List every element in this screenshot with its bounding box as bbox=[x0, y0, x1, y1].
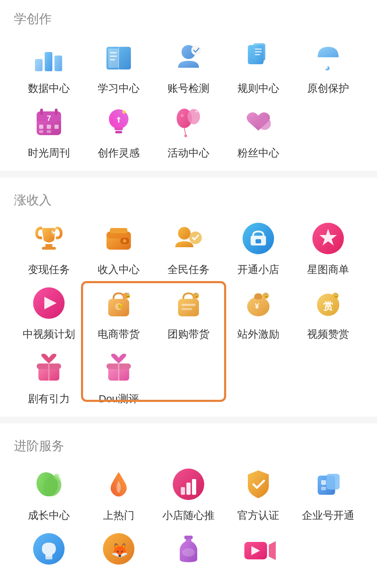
svg-text:🔒: 🔒 bbox=[194, 293, 199, 298]
divider-2 bbox=[0, 417, 377, 424]
label-enterprise-open: 企业号开通 bbox=[302, 508, 354, 523]
icon-grid-jinjie: 成长中心 ✦ bbox=[14, 462, 363, 576]
label-learn-center: 学习中心 bbox=[98, 81, 140, 96]
section-title-zhang: 涨收入 bbox=[14, 181, 363, 216]
svg-rect-24 bbox=[47, 125, 51, 129]
sidebar-item-drama-gravity[interactable]: 剧有引力 bbox=[14, 348, 84, 406]
sidebar-item-rules-center[interactable]: 规则中心 bbox=[223, 38, 293, 96]
svg-rect-0 bbox=[35, 59, 43, 71]
purple-bottle-icon bbox=[169, 530, 208, 568]
sidebar-item-outside-incentive[interactable]: ¥ 🔒 站外激励 bbox=[223, 284, 293, 341]
label-star-commerce: 星图商单 bbox=[307, 263, 349, 277]
svg-text:🔒: 🔒 bbox=[264, 293, 269, 298]
svg-rect-92 bbox=[321, 480, 326, 485]
svg-rect-15 bbox=[255, 54, 260, 55]
label-mid-video: 中视频计划 bbox=[23, 327, 75, 341]
section-title-jinjie: 进阶服务 bbox=[14, 427, 363, 462]
fire-drop-icon: ✦ bbox=[99, 465, 138, 504]
section-zhang-shouru: 涨收入 bbox=[0, 181, 377, 410]
gift-drama-icon bbox=[30, 348, 68, 387]
sidebar-item-data-center[interactable]: 数据中心 bbox=[14, 38, 84, 96]
sidebar-item-fans-center[interactable]: 粉丝中心 bbox=[223, 103, 293, 160]
gift-dou-icon bbox=[99, 348, 138, 387]
svg-rect-27 bbox=[47, 130, 51, 133]
svg-rect-22 bbox=[55, 109, 58, 115]
svg-marker-101 bbox=[269, 541, 276, 560]
svg-text:🔒: 🔒 bbox=[334, 293, 339, 298]
sidebar-item-9[interactable] bbox=[223, 530, 293, 573]
svg-text:7: 7 bbox=[47, 114, 51, 123]
sidebar-item-account-detect[interactable]: 账号检测 bbox=[154, 38, 223, 96]
sidebar-item-enterprise-open[interactable]: 企业号开通 bbox=[293, 465, 363, 523]
sidebar-item-ecommerce[interactable]: 😊 🔒 电商带货 bbox=[84, 284, 154, 341]
svg-line-35 bbox=[184, 128, 186, 135]
svg-rect-52 bbox=[256, 239, 261, 243]
label-dou-review: Dou测评 bbox=[98, 392, 139, 406]
pink-video-icon bbox=[239, 530, 278, 568]
sidebar-item-video-reward[interactable]: 赏 🔒 视频赞赏 bbox=[293, 284, 363, 341]
sidebar-item-hot-topic[interactable]: ✦ 上热门 bbox=[84, 465, 154, 523]
svg-rect-93 bbox=[321, 487, 326, 490]
user-check-icon bbox=[169, 38, 208, 76]
label-hot-topic: 上热门 bbox=[103, 508, 134, 523]
svg-rect-23 bbox=[39, 125, 43, 129]
sidebar-item-open-shop[interactable]: 开通小店 bbox=[223, 219, 293, 277]
sidebar-item-activity-center[interactable]: ✦ 活动中心 bbox=[154, 103, 223, 160]
svg-rect-40 bbox=[45, 244, 52, 247]
sidebar-item-growth-center[interactable]: 成长中心 bbox=[14, 465, 84, 523]
svg-rect-89 bbox=[192, 479, 196, 495]
svg-point-99 bbox=[182, 548, 195, 557]
svg-point-84 bbox=[58, 477, 61, 481]
svg-point-46 bbox=[123, 239, 126, 243]
section-xue-chuangzuo: 学创作 bbox=[0, 0, 377, 164]
label-cash-task: 变现任务 bbox=[28, 263, 70, 277]
enterprise-cube-icon bbox=[309, 465, 347, 504]
svg-rect-14 bbox=[255, 51, 262, 52]
shop-bag-icon: 😊 🔒 bbox=[99, 284, 138, 322]
svg-text:✦: ✦ bbox=[116, 472, 121, 479]
sidebar-item-8[interactable] bbox=[154, 530, 223, 573]
cert-shield-icon bbox=[239, 465, 278, 504]
sidebar-item-income-center[interactable]: 收入中心 bbox=[84, 219, 154, 277]
book-icon bbox=[99, 38, 138, 76]
svg-text:🦊: 🦊 bbox=[111, 542, 128, 559]
bar-chart-icon bbox=[30, 38, 68, 76]
svg-point-48 bbox=[178, 227, 191, 240]
label-activity-center: 活动中心 bbox=[168, 146, 209, 160]
blue-circle-icon bbox=[30, 530, 68, 568]
sidebar-item-mid-video[interactable]: 中视频计划 bbox=[14, 284, 84, 341]
sidebar-item-official-cert[interactable]: 官方认证 bbox=[223, 465, 293, 523]
svg-point-37 bbox=[181, 114, 184, 117]
svg-rect-13 bbox=[255, 49, 262, 50]
svg-rect-29 bbox=[114, 127, 123, 130]
document-icon bbox=[239, 38, 278, 76]
svg-rect-1 bbox=[45, 52, 52, 71]
sidebar-item-all-task[interactable]: 全民任务 bbox=[154, 219, 223, 277]
sidebar-item-create-inspire[interactable]: ✦ 创作灵感 bbox=[84, 103, 154, 160]
svg-rect-6 bbox=[110, 56, 117, 57]
svg-rect-91 bbox=[326, 474, 340, 490]
sidebar-item-group-buy[interactable]: 🔒 团购带货 bbox=[154, 284, 223, 341]
shop-circle-icon bbox=[239, 219, 278, 258]
svg-text:😊: 😊 bbox=[117, 303, 124, 309]
label-video-reward: 视频赞赏 bbox=[307, 327, 349, 341]
heart-icon bbox=[239, 103, 278, 141]
svg-rect-47 bbox=[110, 228, 127, 233]
sidebar-item-6[interactable] bbox=[14, 530, 84, 573]
sidebar-item-7[interactable]: 🦊 bbox=[84, 530, 154, 573]
sidebar-item-time-weekly[interactable]: 7 时光周刊 bbox=[14, 103, 84, 160]
sidebar-item-shop-push[interactable]: 小店随心推 bbox=[154, 465, 223, 523]
leaf-icon bbox=[30, 465, 68, 504]
svg-rect-41 bbox=[42, 247, 56, 250]
sidebar-item-original-protect[interactable]: 原创保护 bbox=[293, 38, 363, 96]
svg-text:🔒: 🔒 bbox=[125, 292, 131, 298]
section-jinjie-fuwu: 进阶服务 bbox=[0, 427, 377, 576]
sidebar-item-dou-review[interactable]: Dou测评 bbox=[84, 348, 154, 406]
sidebar-item-learn-center[interactable]: 学习中心 bbox=[84, 38, 154, 96]
sidebar-item-cash-task[interactable]: 变现任务 bbox=[14, 219, 84, 277]
svg-text:赏: 赏 bbox=[323, 301, 333, 311]
sidebar-item-star-commerce[interactable]: 星图商单 bbox=[293, 219, 363, 277]
svg-text:¥: ¥ bbox=[255, 302, 259, 310]
label-rules-center: 规则中心 bbox=[237, 81, 279, 96]
svg-rect-21 bbox=[40, 109, 43, 115]
